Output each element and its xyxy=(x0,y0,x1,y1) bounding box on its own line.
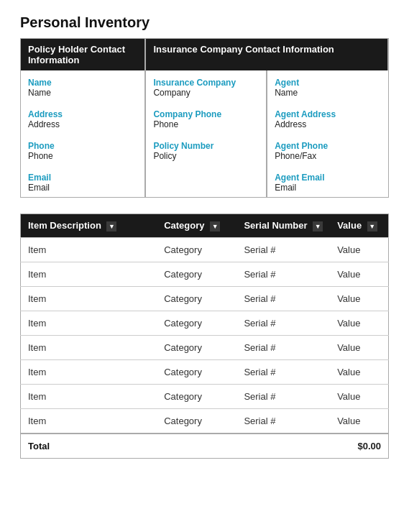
item-serial[interactable]: Serial # xyxy=(236,262,330,286)
contact-right-label: Agent xyxy=(275,78,380,88)
contact-mid-cell: Company Phone Phone xyxy=(145,102,267,134)
contact-right-cell: Agent Email Email xyxy=(267,165,388,198)
contact-right-value: Email xyxy=(275,183,380,193)
item-category[interactable]: Category xyxy=(157,359,236,384)
contact-mid-value: Company xyxy=(153,88,259,98)
contact-right-label: Agent Phone xyxy=(275,141,380,151)
item-category[interactable]: Category xyxy=(157,262,236,286)
item-category[interactable]: Category xyxy=(157,311,236,335)
item-value[interactable]: Value xyxy=(330,286,388,311)
contact-mid-value: Phone xyxy=(153,119,259,129)
inventory-row: Item Category Serial # Value xyxy=(21,335,389,359)
contact-left-label: Address xyxy=(28,109,137,119)
total-value: $0.00 xyxy=(330,434,388,459)
item-value[interactable]: Value xyxy=(330,408,388,434)
item-category[interactable]: Category xyxy=(157,286,236,311)
contact-mid-label: Policy Number xyxy=(153,141,259,151)
item-serial[interactable]: Serial # xyxy=(236,286,330,311)
contact-right-cell: Agent Name xyxy=(267,70,388,102)
inventory-col-category[interactable]: Category ▼ xyxy=(157,214,236,238)
contact-row: Email Email Agent Email Email xyxy=(21,165,389,198)
contact-right-cell: Agent Address Address xyxy=(267,102,388,134)
inventory-row: Item Category Serial # Value xyxy=(21,262,389,286)
contact-row: Name Name Insurance Company Company Agen… xyxy=(21,70,389,102)
contact-mid-cell xyxy=(145,165,267,198)
contact-left-label: Name xyxy=(28,78,137,88)
contact-right-value: Address xyxy=(275,119,380,129)
item-serial[interactable]: Serial # xyxy=(236,335,330,359)
contact-left-cell: Address Address xyxy=(21,102,146,134)
item-value[interactable]: Value xyxy=(330,237,388,262)
item-category[interactable]: Category xyxy=(157,335,236,359)
contact-mid-label: Company Phone xyxy=(153,109,259,119)
contact-mid-label: Insurance Company xyxy=(153,78,259,88)
contact-right-label: Agent Address xyxy=(275,109,380,119)
contact-left-value: Email xyxy=(28,183,137,193)
item-description[interactable]: Item xyxy=(21,262,157,286)
inventory-col-value[interactable]: Value ▼ xyxy=(330,214,388,238)
item-serial[interactable]: Serial # xyxy=(236,311,330,335)
item-value[interactable]: Value xyxy=(330,335,388,359)
item-description[interactable]: Item xyxy=(21,311,157,335)
item-category[interactable]: Category xyxy=(157,384,236,408)
contact-mid-cell: Insurance Company Company xyxy=(145,70,267,102)
inventory-row: Item Category Serial # Value xyxy=(21,359,389,384)
page-title: Personal Inventory xyxy=(20,14,389,31)
dropdown-arrow-icon[interactable]: ▼ xyxy=(313,221,323,231)
item-description[interactable]: Item xyxy=(21,286,157,311)
contact-left-value: Address xyxy=(28,119,137,129)
contact-right-label: Agent Email xyxy=(275,173,380,183)
contact-row: Address Address Company Phone Phone Agen… xyxy=(21,102,389,134)
dropdown-arrow-icon[interactable]: ▼ xyxy=(367,221,377,231)
item-value[interactable]: Value xyxy=(330,311,388,335)
inventory-row: Item Category Serial # Value xyxy=(21,237,389,262)
total-label: Total xyxy=(21,434,157,459)
contact-right-value: Name xyxy=(275,88,380,98)
inventory-row: Item Category Serial # Value xyxy=(21,384,389,408)
insurance-company-header: Insurance Company Contact Information xyxy=(145,39,388,71)
item-serial[interactable]: Serial # xyxy=(236,237,330,262)
inventory-col-serial-number[interactable]: Serial Number ▼ xyxy=(236,214,330,238)
contact-left-label: Phone xyxy=(28,141,137,151)
item-serial[interactable]: Serial # xyxy=(236,359,330,384)
contact-left-value: Name xyxy=(28,88,137,98)
item-serial[interactable]: Serial # xyxy=(236,384,330,408)
contact-right-cell: Agent Phone Phone/Fax xyxy=(267,134,388,165)
contact-info-table: Policy Holder Contact Information Insura… xyxy=(20,38,389,198)
inventory-row: Item Category Serial # Value xyxy=(21,286,389,311)
contact-row: Phone Phone Policy Number Policy Agent P… xyxy=(21,134,389,165)
item-description[interactable]: Item xyxy=(21,384,157,408)
item-description[interactable]: Item xyxy=(21,359,157,384)
contact-mid-value: Policy xyxy=(153,151,259,161)
contact-left-cell: Phone Phone xyxy=(21,134,146,165)
item-description[interactable]: Item xyxy=(21,335,157,359)
item-value[interactable]: Value xyxy=(330,359,388,384)
contact-left-cell: Name Name xyxy=(21,70,146,102)
policy-holder-header: Policy Holder Contact Information xyxy=(21,39,146,71)
item-value[interactable]: Value xyxy=(330,384,388,408)
item-description[interactable]: Item xyxy=(21,237,157,262)
total-row: Total $0.00 xyxy=(21,434,389,459)
contact-left-cell: Email Email xyxy=(21,165,146,198)
dropdown-arrow-icon[interactable]: ▼ xyxy=(106,221,116,231)
item-category[interactable]: Category xyxy=(157,237,236,262)
inventory-col-item-description[interactable]: Item Description ▼ xyxy=(21,214,157,238)
item-description[interactable]: Item xyxy=(21,408,157,434)
inventory-row: Item Category Serial # Value xyxy=(21,408,389,434)
contact-right-value: Phone/Fax xyxy=(275,151,380,161)
contact-mid-cell: Policy Number Policy xyxy=(145,134,267,165)
item-value[interactable]: Value xyxy=(330,262,388,286)
contact-left-label: Email xyxy=(28,173,137,183)
inventory-row: Item Category Serial # Value xyxy=(21,311,389,335)
dropdown-arrow-icon[interactable]: ▼ xyxy=(210,221,220,231)
item-category[interactable]: Category xyxy=(157,408,236,434)
contact-left-value: Phone xyxy=(28,151,137,161)
inventory-table: Item Description ▼Category ▼Serial Numbe… xyxy=(20,214,389,459)
item-serial[interactable]: Serial # xyxy=(236,408,330,434)
